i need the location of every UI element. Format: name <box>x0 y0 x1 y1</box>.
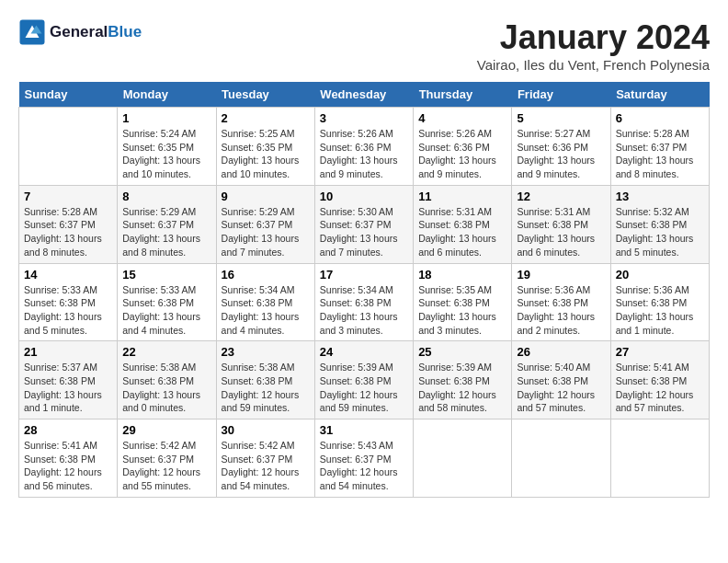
day-number: 9 <box>222 190 310 203</box>
day-number: 24 <box>320 345 408 359</box>
day-cell: 27Sunrise: 5:41 AMSunset: 6:38 PMDayligh… <box>610 341 709 419</box>
day-detail: Sunrise: 5:25 AMSunset: 6:35 PMDaylight:… <box>222 127 310 181</box>
day-number: 1 <box>122 111 210 125</box>
day-number: 18 <box>418 268 506 282</box>
day-cell: 25Sunrise: 5:39 AMSunset: 6:38 PMDayligh… <box>414 341 512 419</box>
day-detail: Sunrise: 5:43 AMSunset: 6:37 PMDaylight:… <box>320 439 408 493</box>
day-detail: Sunrise: 5:41 AMSunset: 6:38 PMDaylight:… <box>616 361 704 415</box>
day-detail: Sunrise: 5:27 AMSunset: 6:36 PMDaylight:… <box>517 127 605 181</box>
day-cell: 15Sunrise: 5:33 AMSunset: 6:38 PMDayligh… <box>118 263 216 341</box>
day-number: 22 <box>122 345 210 359</box>
day-cell: 4Sunrise: 5:26 AMSunset: 6:36 PMDaylight… <box>414 108 512 186</box>
day-cell <box>414 419 512 498</box>
day-detail: Sunrise: 5:39 AMSunset: 6:38 PMDaylight:… <box>418 361 506 415</box>
logo: GeneralBlue <box>18 18 142 46</box>
day-header-thursday: Thursday <box>414 82 512 108</box>
day-number: 14 <box>24 268 112 282</box>
day-cell: 26Sunrise: 5:40 AMSunset: 6:38 PMDayligh… <box>512 341 610 419</box>
day-cell: 30Sunrise: 5:42 AMSunset: 6:37 PMDayligh… <box>216 419 314 498</box>
day-detail: Sunrise: 5:33 AMSunset: 6:38 PMDaylight:… <box>24 283 112 338</box>
day-cell: 5Sunrise: 5:27 AMSunset: 6:36 PMDaylight… <box>512 108 610 186</box>
day-number: 2 <box>222 111 310 125</box>
day-cell: 1Sunrise: 5:24 AMSunset: 6:35 PMDaylight… <box>118 108 216 186</box>
day-detail: Sunrise: 5:31 AMSunset: 6:38 PMDaylight:… <box>517 205 605 259</box>
day-cell: 2Sunrise: 5:25 AMSunset: 6:35 PMDaylight… <box>216 108 314 186</box>
day-number: 4 <box>418 111 506 125</box>
day-detail: Sunrise: 5:29 AMSunset: 6:37 PMDaylight:… <box>222 205 310 259</box>
month-title: January 2024 <box>477 18 710 57</box>
day-number: 6 <box>616 111 704 125</box>
day-cell: 12Sunrise: 5:31 AMSunset: 6:38 PMDayligh… <box>512 185 610 263</box>
day-cell: 3Sunrise: 5:26 AMSunset: 6:36 PMDaylight… <box>314 108 413 186</box>
page-header: GeneralBlue January 2024 Vairao, Iles du… <box>18 18 710 73</box>
day-cell: 21Sunrise: 5:37 AMSunset: 6:38 PMDayligh… <box>19 341 118 419</box>
day-number: 17 <box>320 268 408 282</box>
day-detail: Sunrise: 5:39 AMSunset: 6:38 PMDaylight:… <box>320 361 408 415</box>
day-cell: 18Sunrise: 5:35 AMSunset: 6:38 PMDayligh… <box>414 263 512 341</box>
day-number: 25 <box>418 345 506 359</box>
day-cell: 31Sunrise: 5:43 AMSunset: 6:37 PMDayligh… <box>314 419 413 498</box>
day-detail: Sunrise: 5:26 AMSunset: 6:36 PMDaylight:… <box>418 127 506 181</box>
day-detail: Sunrise: 5:37 AMSunset: 6:38 PMDaylight:… <box>24 361 112 415</box>
day-cell: 22Sunrise: 5:38 AMSunset: 6:38 PMDayligh… <box>118 341 216 419</box>
day-detail: Sunrise: 5:34 AMSunset: 6:38 PMDaylight:… <box>222 283 310 338</box>
day-number: 11 <box>418 190 506 203</box>
day-detail: Sunrise: 5:33 AMSunset: 6:38 PMDaylight:… <box>122 283 210 338</box>
day-number: 12 <box>517 190 605 203</box>
day-detail: Sunrise: 5:24 AMSunset: 6:35 PMDaylight:… <box>122 127 210 181</box>
day-cell: 17Sunrise: 5:34 AMSunset: 6:38 PMDayligh… <box>314 263 413 341</box>
day-cell: 7Sunrise: 5:28 AMSunset: 6:37 PMDaylight… <box>19 185 118 263</box>
day-cell: 6Sunrise: 5:28 AMSunset: 6:37 PMDaylight… <box>610 108 709 186</box>
day-number: 29 <box>122 423 210 437</box>
week-row-1: 1Sunrise: 5:24 AMSunset: 6:35 PMDaylight… <box>19 108 710 186</box>
day-header-sunday: Sunday <box>19 82 118 108</box>
day-detail: Sunrise: 5:28 AMSunset: 6:37 PMDaylight:… <box>616 127 704 181</box>
day-number: 30 <box>222 423 310 437</box>
day-cell: 16Sunrise: 5:34 AMSunset: 6:38 PMDayligh… <box>216 263 314 341</box>
day-detail: Sunrise: 5:32 AMSunset: 6:38 PMDaylight:… <box>616 205 704 259</box>
day-cell <box>512 419 610 498</box>
day-detail: Sunrise: 5:42 AMSunset: 6:37 PMDaylight:… <box>122 439 210 493</box>
day-number: 23 <box>222 345 310 359</box>
day-cell <box>610 419 709 498</box>
day-detail: Sunrise: 5:41 AMSunset: 6:38 PMDaylight:… <box>24 439 112 493</box>
day-cell: 20Sunrise: 5:36 AMSunset: 6:38 PMDayligh… <box>610 263 709 341</box>
day-number: 26 <box>517 345 605 359</box>
day-detail: Sunrise: 5:36 AMSunset: 6:38 PMDaylight:… <box>517 283 605 338</box>
day-cell: 29Sunrise: 5:42 AMSunset: 6:37 PMDayligh… <box>118 419 216 498</box>
day-cell: 11Sunrise: 5:31 AMSunset: 6:38 PMDayligh… <box>414 185 512 263</box>
day-number: 19 <box>517 268 605 282</box>
day-number: 10 <box>320 190 408 203</box>
day-number: 13 <box>616 190 704 203</box>
day-cell: 9Sunrise: 5:29 AMSunset: 6:37 PMDaylight… <box>216 185 314 263</box>
week-row-5: 28Sunrise: 5:41 AMSunset: 6:38 PMDayligh… <box>19 419 710 498</box>
day-cell: 24Sunrise: 5:39 AMSunset: 6:38 PMDayligh… <box>314 341 413 419</box>
week-row-3: 14Sunrise: 5:33 AMSunset: 6:38 PMDayligh… <box>19 263 710 341</box>
day-number: 21 <box>24 345 112 359</box>
day-number: 15 <box>122 268 210 282</box>
day-cell: 14Sunrise: 5:33 AMSunset: 6:38 PMDayligh… <box>19 263 118 341</box>
day-number: 31 <box>320 423 408 437</box>
day-number: 28 <box>24 423 112 437</box>
calendar-table: SundayMondayTuesdayWednesdayThursdayFrid… <box>18 82 710 498</box>
day-detail: Sunrise: 5:29 AMSunset: 6:37 PMDaylight:… <box>122 205 210 259</box>
day-detail: Sunrise: 5:34 AMSunset: 6:38 PMDaylight:… <box>320 283 408 338</box>
day-cell: 8Sunrise: 5:29 AMSunset: 6:37 PMDaylight… <box>118 185 216 263</box>
day-detail: Sunrise: 5:40 AMSunset: 6:38 PMDaylight:… <box>517 361 605 415</box>
day-number: 27 <box>616 345 704 359</box>
header-row: SundayMondayTuesdayWednesdayThursdayFrid… <box>19 82 710 108</box>
day-header-wednesday: Wednesday <box>314 82 413 108</box>
day-number: 20 <box>616 268 704 282</box>
day-detail: Sunrise: 5:38 AMSunset: 6:38 PMDaylight:… <box>122 361 210 415</box>
day-header-monday: Monday <box>118 82 216 108</box>
day-detail: Sunrise: 5:28 AMSunset: 6:37 PMDaylight:… <box>24 205 112 259</box>
location: Vairao, Iles du Vent, French Polynesia <box>477 57 710 73</box>
day-number: 7 <box>24 190 112 203</box>
day-cell: 10Sunrise: 5:30 AMSunset: 6:37 PMDayligh… <box>314 185 413 263</box>
day-detail: Sunrise: 5:26 AMSunset: 6:36 PMDaylight:… <box>320 127 408 181</box>
day-detail: Sunrise: 5:38 AMSunset: 6:38 PMDaylight:… <box>222 361 310 415</box>
day-cell: 19Sunrise: 5:36 AMSunset: 6:38 PMDayligh… <box>512 263 610 341</box>
week-row-2: 7Sunrise: 5:28 AMSunset: 6:37 PMDaylight… <box>19 185 710 263</box>
day-header-friday: Friday <box>512 82 610 108</box>
day-header-tuesday: Tuesday <box>216 82 314 108</box>
